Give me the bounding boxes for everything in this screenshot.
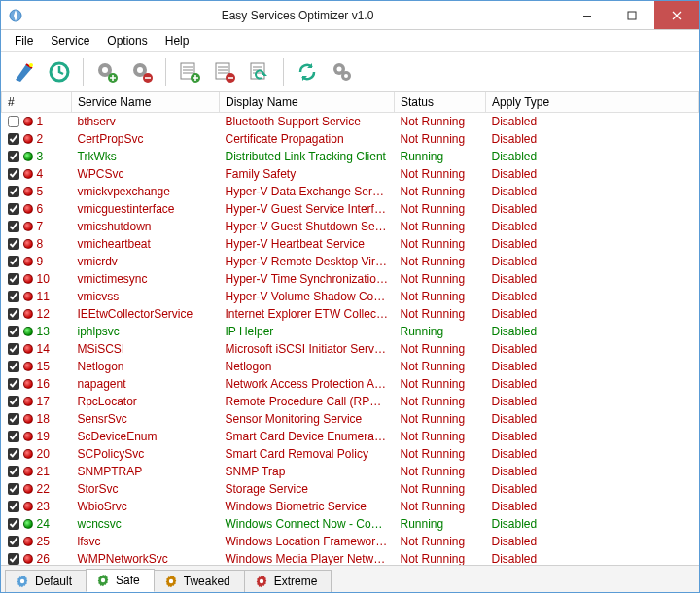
gear-icon: [164, 575, 178, 588]
cell-display-name: Remote Procedure Call (RPC) L...: [220, 393, 395, 410]
row-checkbox[interactable]: [8, 186, 19, 197]
table-row[interactable]: 14MSiSCSIMicrosoft iSCSI Initiator Servi…: [2, 340, 699, 358]
menu-service[interactable]: Service: [43, 32, 97, 50]
row-checkbox[interactable]: [8, 326, 19, 337]
cell-service-name: WPCSvc: [72, 165, 220, 183]
row-checkbox[interactable]: [8, 291, 19, 302]
cell-apply-type: Disabled: [486, 218, 699, 235]
menu-file[interactable]: File: [7, 32, 41, 50]
table-row[interactable]: 12IEEtwCollectorServiceInternet Explorer…: [2, 305, 699, 323]
row-checkbox[interactable]: [8, 221, 19, 232]
table-row[interactable]: 19ScDeviceEnumSmart Card Device Enumerat…: [2, 428, 699, 445]
table-row[interactable]: 26WMPNetworkSvcWindows Media Player Netw…: [2, 550, 699, 565]
table-row[interactable]: 23WbioSrvcWindows Biometric ServiceNot R…: [2, 498, 699, 515]
col-header-service-name[interactable]: Service Name: [72, 92, 220, 113]
cell-status: Running: [395, 148, 486, 165]
row-checkbox[interactable]: [8, 431, 19, 442]
table-row[interactable]: 10vmictimesyncHyper-V Time Synchronizati…: [2, 270, 699, 288]
row-checkbox[interactable]: [8, 396, 19, 407]
gear-remove-button[interactable]: [126, 56, 158, 87]
table-row[interactable]: 3TrkWksDistributed Link Tracking ClientR…: [2, 148, 699, 165]
cell-status: Not Running: [395, 218, 486, 235]
row-checkbox[interactable]: [8, 518, 19, 530]
row-checkbox[interactable]: [8, 448, 19, 460]
tab-default[interactable]: Default: [5, 570, 87, 592]
row-checkbox[interactable]: [8, 238, 19, 250]
table-row[interactable]: 22StorSvcStorage ServiceNot RunningDisab…: [2, 480, 699, 498]
status-dot-icon: [23, 432, 33, 441]
table-row[interactable]: 16napagentNetwork Access Protection Agen…: [2, 375, 699, 393]
row-checkbox[interactable]: [8, 378, 19, 390]
gear-add-button[interactable]: [91, 56, 122, 87]
cell-service-name: vmictimesync: [72, 270, 220, 288]
list-refresh-button[interactable]: [244, 56, 275, 87]
table-row[interactable]: 25lfsvcWindows Location Framework S...No…: [2, 533, 699, 550]
row-checkbox[interactable]: [8, 116, 19, 127]
row-checkbox[interactable]: [8, 151, 19, 162]
close-button[interactable]: [654, 1, 699, 29]
table-row[interactable]: 1bthservBluetooth Support ServiceNot Run…: [2, 113, 699, 131]
cell-status: Not Running: [395, 235, 486, 253]
status-dot-icon: [23, 449, 33, 459]
row-checkbox[interactable]: [8, 203, 19, 215]
table-row[interactable]: 6vmicguestinterfaceHyper-V Guest Service…: [2, 200, 699, 218]
table-row[interactable]: 24wcncsvcWindows Connect Now - Config...…: [2, 515, 699, 533]
tab-safe[interactable]: Safe: [86, 569, 155, 592]
col-header-status[interactable]: Status: [395, 92, 486, 113]
row-checkbox[interactable]: [8, 133, 19, 145]
table-row[interactable]: 5vmickvpexchangeHyper-V Data Exchange Se…: [2, 183, 699, 200]
tab-extreme[interactable]: Extreme: [244, 570, 332, 592]
row-checkbox[interactable]: [8, 553, 19, 565]
table-row[interactable]: 4WPCSvcFamily SafetyNot RunningDisabled: [2, 165, 699, 183]
row-checkbox[interactable]: [8, 168, 19, 180]
list-remove-button[interactable]: [209, 56, 240, 87]
row-checkbox[interactable]: [8, 273, 19, 285]
apply-button[interactable]: [9, 56, 40, 87]
table-row[interactable]: 2CertPropSvcCertificate PropagationNot R…: [2, 130, 699, 148]
svg-rect-2: [628, 12, 636, 19]
cell-display-name: Smart Card Removal Policy: [220, 445, 395, 463]
row-checkbox[interactable]: [8, 501, 19, 512]
minimize-button[interactable]: [565, 1, 610, 29]
table-row[interactable]: 17RpcLocatorRemote Procedure Call (RPC) …: [2, 393, 699, 410]
table-row[interactable]: 8vmicheartbeatHyper-V Heartbeat ServiceN…: [2, 235, 699, 253]
table-row[interactable]: 21SNMPTRAPSNMP TrapNot RunningDisabled: [2, 463, 699, 480]
row-checkbox[interactable]: [8, 413, 19, 425]
svg-point-6: [102, 67, 108, 73]
row-checkbox[interactable]: [8, 343, 19, 355]
cell-apply-type: Disabled: [486, 498, 699, 515]
tab-tweaked[interactable]: Tweaked: [154, 570, 245, 592]
list-add-button[interactable]: [174, 56, 205, 87]
row-checkbox[interactable]: [8, 256, 19, 267]
cell-display-name: Windows Media Player Network...: [220, 550, 395, 565]
menu-options[interactable]: Options: [99, 32, 155, 50]
row-number: 4: [37, 166, 44, 182]
table-row[interactable]: 13iphlpsvcIP HelperRunningDisabled: [2, 323, 699, 340]
services-table-wrap[interactable]: # Service Name Display Name Status Apply…: [1, 92, 699, 565]
restore-button[interactable]: [44, 56, 75, 87]
status-dot-icon: [23, 257, 33, 266]
row-number: 10: [37, 271, 50, 287]
cell-status: Not Running: [395, 393, 486, 410]
row-number: 7: [37, 219, 44, 234]
table-row[interactable]: 15NetlogonNetlogonNot RunningDisabled: [2, 358, 699, 375]
maximize-button[interactable]: [610, 1, 654, 29]
row-checkbox[interactable]: [8, 483, 19, 495]
table-row[interactable]: 20SCPolicySvcSmart Card Removal PolicyNo…: [2, 445, 699, 463]
row-checkbox[interactable]: [8, 536, 19, 547]
tab-label: Default: [35, 575, 72, 588]
table-row[interactable]: 7vmicshutdownHyper-V Guest Shutdown Serv…: [2, 218, 699, 235]
row-checkbox[interactable]: [8, 308, 19, 320]
table-row[interactable]: 9vmicrdvHyper-V Remote Desktop Virtu...N…: [2, 253, 699, 270]
col-header-display-name[interactable]: Display Name: [220, 92, 395, 113]
row-checkbox[interactable]: [8, 361, 19, 372]
refresh-button[interactable]: [292, 56, 323, 87]
col-header-apply-type[interactable]: Apply Type: [486, 92, 699, 113]
col-header-num[interactable]: #: [2, 92, 72, 113]
menu-help[interactable]: Help: [158, 32, 197, 50]
cell-apply-type: Disabled: [486, 200, 699, 218]
settings-button[interactable]: [327, 56, 358, 87]
row-checkbox[interactable]: [8, 466, 19, 477]
table-row[interactable]: 11vmicvssHyper-V Volume Shadow Copy ...N…: [2, 288, 699, 305]
table-row[interactable]: 18SensrSvcSensor Monitoring ServiceNot R…: [2, 410, 699, 428]
